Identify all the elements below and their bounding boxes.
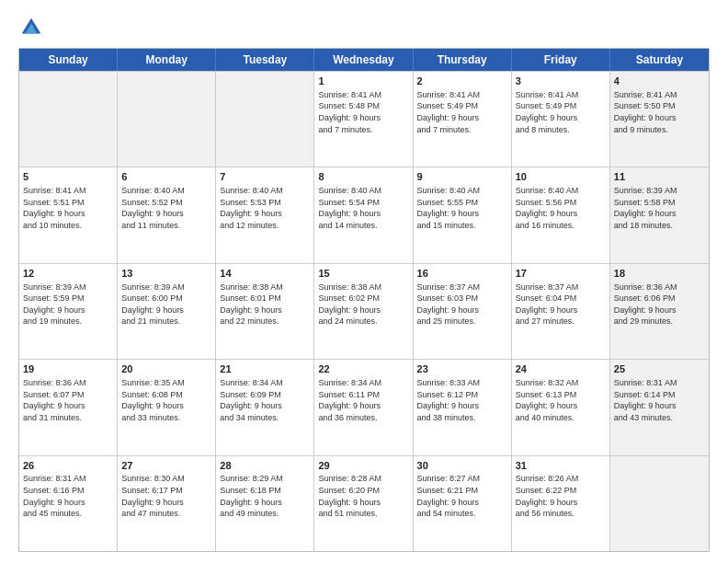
- day-info: Sunrise: 8:39 AM Sunset: 5:58 PM Dayligh…: [614, 185, 705, 231]
- day-info: Sunrise: 8:31 AM Sunset: 6:14 PM Dayligh…: [614, 377, 705, 423]
- day-number: 20: [121, 362, 211, 376]
- cal-cell-10: 10Sunrise: 8:40 AM Sunset: 5:56 PM Dayli…: [512, 167, 610, 262]
- week-row-3: 12Sunrise: 8:39 AM Sunset: 5:59 PM Dayli…: [19, 263, 709, 359]
- cal-cell-6: 6Sunrise: 8:40 AM Sunset: 5:52 PM Daylig…: [118, 167, 216, 262]
- cal-cell-24: 24Sunrise: 8:32 AM Sunset: 6:13 PM Dayli…: [512, 360, 610, 454]
- day-info: Sunrise: 8:32 AM Sunset: 6:13 PM Dayligh…: [516, 377, 606, 423]
- day-info: Sunrise: 8:34 AM Sunset: 6:11 PM Dayligh…: [318, 377, 408, 423]
- day-info: Sunrise: 8:41 AM Sunset: 5:49 PM Dayligh…: [417, 89, 507, 135]
- cal-cell-1: 1Sunrise: 8:41 AM Sunset: 5:48 PM Daylig…: [314, 72, 413, 167]
- cal-cell-19: 19Sunrise: 8:36 AM Sunset: 6:07 PM Dayli…: [19, 360, 118, 454]
- cal-cell-4: 4Sunrise: 8:41 AM Sunset: 5:50 PM Daylig…: [610, 72, 709, 167]
- cal-cell-11: 11Sunrise: 8:39 AM Sunset: 5:58 PM Dayli…: [610, 167, 709, 262]
- cal-cell-2: 2Sunrise: 8:41 AM Sunset: 5:49 PM Daylig…: [414, 72, 512, 167]
- header-day-tuesday: Tuesday: [216, 49, 314, 71]
- cal-cell-7: 7Sunrise: 8:40 AM Sunset: 5:53 PM Daylig…: [216, 167, 314, 262]
- day-info: Sunrise: 8:37 AM Sunset: 6:04 PM Dayligh…: [516, 282, 606, 327]
- cal-cell-empty-6: [610, 456, 709, 551]
- calendar-body: 1Sunrise: 8:41 AM Sunset: 5:48 PM Daylig…: [19, 71, 709, 551]
- day-info: Sunrise: 8:40 AM Sunset: 5:56 PM Dayligh…: [516, 185, 606, 231]
- week-row-5: 26Sunrise: 8:31 AM Sunset: 6:16 PM Dayli…: [19, 455, 709, 551]
- logo-icon: [18, 15, 44, 40]
- day-number: 8: [318, 170, 408, 184]
- cal-cell-13: 13Sunrise: 8:39 AM Sunset: 6:00 PM Dayli…: [118, 264, 216, 359]
- day-info: Sunrise: 8:30 AM Sunset: 6:17 PM Dayligh…: [121, 473, 211, 519]
- cal-cell-31: 31Sunrise: 8:26 AM Sunset: 6:22 PM Dayli…: [512, 456, 610, 551]
- day-number: 11: [614, 170, 705, 184]
- cal-cell-9: 9Sunrise: 8:40 AM Sunset: 5:55 PM Daylig…: [414, 167, 512, 262]
- cal-cell-12: 12Sunrise: 8:39 AM Sunset: 5:59 PM Dayli…: [19, 264, 118, 359]
- day-number: 27: [121, 459, 211, 473]
- day-info: Sunrise: 8:41 AM Sunset: 5:51 PM Dayligh…: [23, 185, 113, 231]
- cal-cell-25: 25Sunrise: 8:31 AM Sunset: 6:14 PM Dayli…: [610, 360, 709, 454]
- cal-cell-21: 21Sunrise: 8:34 AM Sunset: 6:09 PM Dayli…: [216, 360, 314, 454]
- cal-cell-30: 30Sunrise: 8:27 AM Sunset: 6:21 PM Dayli…: [414, 456, 512, 551]
- day-number: 26: [23, 459, 113, 473]
- day-number: 31: [516, 459, 606, 473]
- day-info: Sunrise: 8:36 AM Sunset: 6:07 PM Dayligh…: [23, 377, 113, 423]
- day-number: 22: [318, 362, 408, 376]
- header-day-thursday: Thursday: [414, 49, 512, 71]
- day-info: Sunrise: 8:36 AM Sunset: 6:06 PM Dayligh…: [614, 282, 705, 327]
- day-number: 21: [220, 362, 310, 376]
- day-number: 25: [614, 362, 705, 376]
- day-number: 7: [220, 170, 310, 184]
- day-number: 5: [23, 170, 113, 184]
- cal-cell-22: 22Sunrise: 8:34 AM Sunset: 6:11 PM Dayli…: [314, 360, 413, 454]
- calendar: SundayMondayTuesdayWednesdayThursdayFrid…: [18, 48, 710, 552]
- day-number: 3: [516, 75, 606, 88]
- day-info: Sunrise: 8:26 AM Sunset: 6:22 PM Dayligh…: [516, 473, 606, 519]
- day-info: Sunrise: 8:40 AM Sunset: 5:53 PM Dayligh…: [220, 185, 310, 231]
- cal-cell-empty-0: [19, 72, 118, 167]
- day-info: Sunrise: 8:27 AM Sunset: 6:21 PM Dayligh…: [417, 473, 507, 519]
- cal-cell-empty-2: [216, 72, 314, 167]
- header-day-monday: Monday: [118, 49, 216, 71]
- cal-cell-8: 8Sunrise: 8:40 AM Sunset: 5:54 PM Daylig…: [314, 167, 413, 262]
- cal-cell-16: 16Sunrise: 8:37 AM Sunset: 6:03 PM Dayli…: [414, 264, 512, 359]
- day-number: 29: [318, 459, 408, 473]
- day-number: 1: [318, 75, 408, 88]
- cal-cell-18: 18Sunrise: 8:36 AM Sunset: 6:06 PM Dayli…: [610, 264, 709, 359]
- day-info: Sunrise: 8:40 AM Sunset: 5:52 PM Dayligh…: [121, 185, 211, 231]
- day-number: 10: [516, 170, 606, 184]
- cal-cell-17: 17Sunrise: 8:37 AM Sunset: 6:04 PM Dayli…: [512, 264, 610, 359]
- cal-cell-28: 28Sunrise: 8:29 AM Sunset: 6:18 PM Dayli…: [216, 456, 314, 551]
- logo: [18, 15, 48, 40]
- header-day-saturday: Saturday: [610, 49, 709, 71]
- cal-cell-empty-1: [118, 72, 216, 167]
- day-info: Sunrise: 8:29 AM Sunset: 6:18 PM Dayligh…: [220, 473, 310, 519]
- day-number: 9: [417, 170, 507, 184]
- page: SundayMondayTuesdayWednesdayThursdayFrid…: [0, 0, 728, 563]
- cal-cell-29: 29Sunrise: 8:28 AM Sunset: 6:20 PM Dayli…: [314, 456, 413, 551]
- calendar-header-row: SundayMondayTuesdayWednesdayThursdayFrid…: [19, 49, 709, 71]
- day-info: Sunrise: 8:35 AM Sunset: 6:08 PM Dayligh…: [121, 377, 211, 423]
- day-info: Sunrise: 8:37 AM Sunset: 6:03 PM Dayligh…: [417, 282, 507, 327]
- day-number: 16: [417, 267, 507, 281]
- day-number: 23: [417, 362, 507, 376]
- day-number: 30: [417, 459, 507, 473]
- day-info: Sunrise: 8:41 AM Sunset: 5:48 PM Dayligh…: [318, 89, 408, 135]
- day-info: Sunrise: 8:38 AM Sunset: 6:01 PM Dayligh…: [220, 282, 310, 327]
- day-info: Sunrise: 8:40 AM Sunset: 5:54 PM Dayligh…: [318, 185, 408, 231]
- cal-cell-20: 20Sunrise: 8:35 AM Sunset: 6:08 PM Dayli…: [118, 360, 216, 454]
- header-day-friday: Friday: [512, 49, 610, 71]
- week-row-2: 5Sunrise: 8:41 AM Sunset: 5:51 PM Daylig…: [19, 167, 709, 262]
- day-number: 28: [220, 459, 310, 473]
- cal-cell-15: 15Sunrise: 8:38 AM Sunset: 6:02 PM Dayli…: [314, 264, 413, 359]
- cal-cell-23: 23Sunrise: 8:33 AM Sunset: 6:12 PM Dayli…: [414, 360, 512, 454]
- day-number: 24: [516, 362, 606, 376]
- day-info: Sunrise: 8:33 AM Sunset: 6:12 PM Dayligh…: [417, 377, 507, 423]
- header-day-wednesday: Wednesday: [314, 49, 413, 71]
- day-info: Sunrise: 8:39 AM Sunset: 5:59 PM Dayligh…: [23, 282, 113, 327]
- day-info: Sunrise: 8:41 AM Sunset: 5:50 PM Dayligh…: [614, 89, 705, 135]
- day-number: 18: [614, 267, 705, 281]
- day-number: 13: [121, 267, 211, 281]
- day-number: 2: [417, 75, 507, 88]
- day-number: 19: [23, 362, 113, 376]
- cal-cell-3: 3Sunrise: 8:41 AM Sunset: 5:49 PM Daylig…: [512, 72, 610, 167]
- day-number: 14: [220, 267, 310, 281]
- day-info: Sunrise: 8:40 AM Sunset: 5:55 PM Dayligh…: [417, 185, 507, 231]
- day-info: Sunrise: 8:39 AM Sunset: 6:00 PM Dayligh…: [121, 282, 211, 327]
- cal-cell-14: 14Sunrise: 8:38 AM Sunset: 6:01 PM Dayli…: [216, 264, 314, 359]
- cal-cell-27: 27Sunrise: 8:30 AM Sunset: 6:17 PM Dayli…: [118, 456, 216, 551]
